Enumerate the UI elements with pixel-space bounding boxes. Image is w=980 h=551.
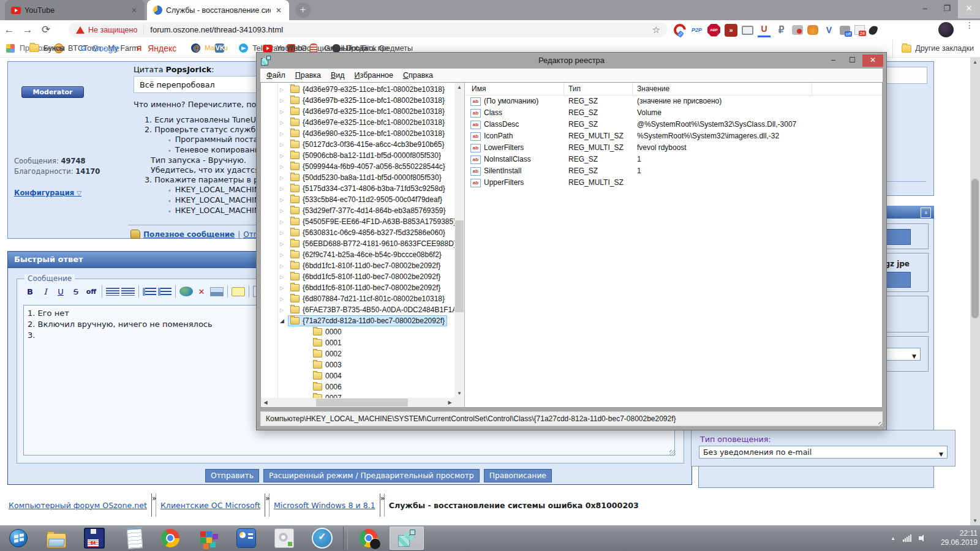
taskbar-button-explorer[interactable] xyxy=(39,527,74,550)
extension-icon[interactable]: ₽ xyxy=(775,24,788,37)
scroll-down-icon[interactable]: ▼ xyxy=(970,516,980,525)
editor-toolbar-button[interactable] xyxy=(175,285,176,298)
configuration-link[interactable]: Конфигурация ▽ xyxy=(14,189,81,197)
extension-icon[interactable]: ABP2 xyxy=(707,24,720,37)
extension-icon[interactable]: V xyxy=(823,24,835,37)
taskbar-button-defrag-app[interactable] xyxy=(191,527,225,550)
tree-expander-icon[interactable]: ▷ xyxy=(280,208,288,214)
value-row-SilentInstall[interactable]: ab SilentInstall REG_SZ 1 xyxy=(466,165,882,177)
breadcrumb-item[interactable]: Microsoft Windows 8 и 8.1 xyxy=(274,501,375,510)
column-value[interactable]: Значение xyxy=(637,84,669,93)
editor-toolbar-button[interactable] xyxy=(138,285,139,298)
tab-youtube[interactable]: YouTube ✕ xyxy=(5,0,145,20)
value-row-IconPath[interactable]: ab IconPath REG_MULTI_SZ %SystemRoot%\Sy… xyxy=(466,130,882,142)
tree-row[interactable]: 0007 xyxy=(261,392,454,398)
taskbar-button-notepad[interactable] xyxy=(115,527,149,550)
editor-toolbar-button[interactable]: off xyxy=(85,285,98,298)
collapse-icon[interactable]: « xyxy=(921,208,931,218)
menu-item[interactable]: Правка xyxy=(290,69,326,81)
notification-type-select[interactable]: Без уведомления по e-mail▼ xyxy=(699,446,948,459)
extension-icon[interactable] xyxy=(742,26,753,35)
tree-row[interactable]: ▷ {5630831c-06c9-4856-b327-f5d32586e060} xyxy=(261,227,454,238)
bookmark-item[interactable]: Буксы xyxy=(29,44,39,52)
tree-horizontal-scrollbar[interactable]: ◀ ▶ xyxy=(261,398,454,407)
extension-icon[interactable]: off xyxy=(840,26,850,35)
tree-expander-icon[interactable]: ▷ xyxy=(280,142,288,148)
extension-icon[interactable] xyxy=(868,24,878,36)
tree-row[interactable]: ▷ {6bdd1fc6-810f-11d0-bec7-08002be2092f} xyxy=(261,282,454,293)
taskbar-button-regedit[interactable] xyxy=(390,527,424,550)
tree-expander-icon[interactable]: ◢ xyxy=(280,318,288,324)
tree-row[interactable]: ▷ {50906cb8-ba12-11d1-bf5d-0000f805f530} xyxy=(261,150,454,161)
tree-expander-icon[interactable]: ▷ xyxy=(280,175,288,181)
tree-expander-icon[interactable]: ▷ xyxy=(280,120,288,126)
tree-expander-icon[interactable]: ▷ xyxy=(280,153,288,159)
address-bar[interactable]: Не защищено forum.oszone.net/thread-3410… xyxy=(69,22,668,37)
tree-row[interactable]: ▷ {6bdd1fc5-810f-11d0-bec7-08002be2092f} xyxy=(261,271,454,282)
tree-row[interactable]: ▷ {6d807884-7d21-11cf-801c-08002be10318} xyxy=(261,293,454,304)
breadcrumb-item[interactable]: » xyxy=(265,493,270,517)
tree-expander-icon[interactable]: ▷ xyxy=(280,131,288,137)
value-row-Class[interactable]: ab Class REG_SZ Volume xyxy=(466,107,882,119)
column-name[interactable]: Имя xyxy=(472,84,486,93)
menu-item[interactable]: Файл xyxy=(262,69,290,81)
tree-expander-icon[interactable]: ▷ xyxy=(280,307,288,313)
tree-expander-icon[interactable]: ▷ xyxy=(280,296,288,302)
extension-icon[interactable] xyxy=(792,25,803,35)
editor-toolbar-button[interactable] xyxy=(106,288,119,296)
scroll-up-icon[interactable]: ▲ xyxy=(454,83,464,92)
extension-icon[interactable] xyxy=(807,25,818,35)
back-icon[interactable]: ← xyxy=(0,24,18,36)
column-type[interactable]: Тип xyxy=(568,84,581,93)
tree-row[interactable]: 0003 xyxy=(261,359,454,370)
editor-toolbar-button[interactable]: B xyxy=(23,285,37,298)
tree-row[interactable]: ▷ {4d36e97b-e325-11ce-bfc1-08002be10318} xyxy=(261,95,454,106)
tree-expander-icon[interactable]: ▷ xyxy=(280,230,288,236)
tree-row[interactable]: ▷ {53d29ef7-377c-4d14-864b-eb3a85769359} xyxy=(261,205,454,216)
value-row-UpperFilters[interactable]: ab UpperFilters REG_MULTI_SZ xyxy=(466,177,882,189)
breadcrumb-item[interactable]: Компьютерный форум OSzone.net xyxy=(9,501,147,510)
tree-row[interactable]: ▷ {56EBD688-B772-4181-9610-8633FCEE988D} xyxy=(261,238,454,249)
tree-row[interactable]: 0002 xyxy=(261,348,454,359)
editor-toolbar-button[interactable]: U xyxy=(54,285,67,298)
close-button[interactable]: ✕ xyxy=(862,54,883,67)
tree-row[interactable]: 0001 xyxy=(261,337,454,348)
menu-item[interactable]: Справка xyxy=(398,69,438,81)
bookmark-item[interactable]: @Mail.Ru xyxy=(191,43,200,53)
breadcrumb-item[interactable]: » xyxy=(151,493,156,517)
taskbar-button-control-panel[interactable] xyxy=(229,527,263,550)
editor-toolbar-button[interactable] xyxy=(227,285,228,298)
bookmark-item[interactable]: GGoogle xyxy=(78,43,119,53)
tree-vertical-scrollbar[interactable]: ▲ ▼ xyxy=(454,83,464,398)
tab-forum[interactable]: Службы - восстановление систе ✕ xyxy=(147,0,289,20)
bookmark-star-icon[interactable]: ☆ xyxy=(652,24,660,36)
extension-icon[interactable]: 24 xyxy=(854,25,865,35)
tree-row[interactable]: ▷ {4d36e979-e325-11ce-bfc1-08002be10318} xyxy=(261,84,454,95)
new-tab-button[interactable]: + xyxy=(295,2,311,18)
tree-row[interactable]: ▷ {62f9c741-b25a-46ce-b54c-9bccce08b6f2} xyxy=(261,249,454,260)
other-bookmarks[interactable]: Другие закладки xyxy=(892,39,974,58)
window-resize-grip[interactable] xyxy=(878,422,886,429)
value-row-(По умолчанию)[interactable]: ab (По умолчанию) REG_SZ (значение не пр… xyxy=(466,96,882,107)
breadcrumb-item[interactable]: Службы - восстановление системы ошибка 0… xyxy=(389,501,639,510)
tab-close-icon[interactable]: ✕ xyxy=(274,6,283,15)
editor-toolbar-button[interactable] xyxy=(102,285,102,298)
value-row-ClassDesc[interactable]: ab ClassDesc REG_SZ @%SystemRoot%\System… xyxy=(466,119,882,130)
restore-button[interactable]: ❐ xyxy=(936,0,958,18)
scroll-down-icon[interactable]: ▼ xyxy=(454,389,464,398)
extension-icon[interactable]: U xyxy=(758,23,771,37)
taskbar-button-chrome[interactable] xyxy=(153,527,187,550)
taskbar-button-chrome-profile[interactable] xyxy=(352,527,386,550)
tree-expander-icon[interactable]: ▷ xyxy=(280,186,288,192)
extension-icon[interactable]: » xyxy=(725,24,737,37)
reload-icon[interactable]: ⟳ xyxy=(37,23,55,36)
bookmark-item[interactable]: Приложения xyxy=(6,44,15,53)
url-text[interactable]: forum.oszone.net/thread-341093.html xyxy=(150,25,652,34)
reply-button[interactable]: Правописание xyxy=(484,469,552,482)
tree-row[interactable]: ▷ {4d36e97e-e325-11ce-bfc1-08002be10318} xyxy=(261,117,454,128)
scrollbar-thumb[interactable] xyxy=(971,179,979,318)
scroll-up-icon[interactable]: ▲ xyxy=(970,58,980,67)
tab-close-icon[interactable]: ✕ xyxy=(130,6,138,15)
menu-item[interactable]: Вид xyxy=(326,69,350,81)
bookmark-item[interactable]: Telegram Web xyxy=(239,43,248,53)
